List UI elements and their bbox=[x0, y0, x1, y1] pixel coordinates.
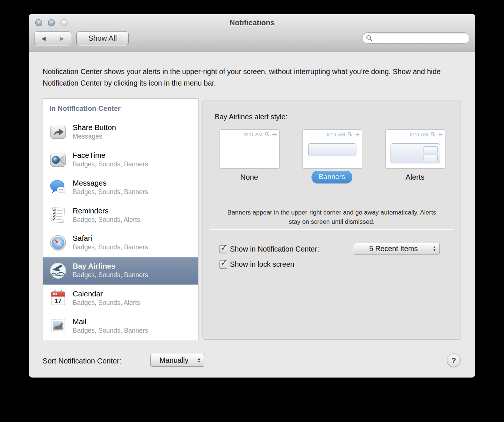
alert-settings-panel: Bay Airlines alert style: 9:41 AM 9:41 A… bbox=[202, 100, 461, 340]
banner-graphic bbox=[308, 143, 356, 156]
preview-menubar: 9:41 AM bbox=[220, 130, 279, 139]
forward-button[interactable]: ▶ bbox=[53, 32, 71, 45]
show-in-notification-center-row: ✓ Show in Notification Center: bbox=[219, 245, 319, 253]
preview-time: 9:41 AM bbox=[410, 132, 428, 137]
style-option-banners[interactable]: Banners bbox=[302, 171, 362, 183]
show-in-lock-screen-row: ✓ Show in lock screen bbox=[219, 260, 294, 269]
app-list-header: In Notification Center bbox=[43, 99, 198, 118]
alert-style-preview-alerts[interactable]: 9:41 AM bbox=[385, 129, 445, 169]
item-detail: Badges, Sounds, Alerts bbox=[73, 216, 140, 224]
calendar-icon: JUL 17 bbox=[49, 289, 67, 307]
alert-graphic bbox=[391, 143, 440, 163]
window-title: Notifications bbox=[29, 19, 475, 27]
spotlight-icon bbox=[347, 132, 352, 137]
messages-icon bbox=[49, 179, 67, 196]
show-in-notification-center-checkbox[interactable]: ✓ bbox=[219, 245, 227, 253]
alert-style-caption: Banners appear in the upper-right corner… bbox=[221, 208, 442, 226]
share-icon bbox=[49, 123, 67, 141]
recent-items-popup[interactable]: 5 Recent Items ▲▼ bbox=[354, 243, 440, 255]
list-item-mail[interactable]: Mail Badges, Sounds, Banners bbox=[43, 312, 198, 340]
sort-notification-center-label: Sort Notification Center: bbox=[43, 357, 121, 365]
list-item-safari[interactable]: Safari Badges, Sounds, Banners bbox=[43, 229, 198, 257]
list-item-share-button[interactable]: Share Button Messages bbox=[43, 118, 198, 146]
alert-style-preview-none[interactable]: 9:41 AM bbox=[220, 129, 280, 169]
preview-time: 9:41 AM bbox=[327, 132, 345, 137]
show-all-button[interactable]: Show All bbox=[76, 31, 129, 45]
preview-menubar: 9:41 AM bbox=[386, 130, 445, 139]
app-list: In Notification Center Share Button Mess… bbox=[43, 99, 198, 340]
recent-items-value: 5 Recent Items bbox=[354, 245, 433, 253]
reminders-icon bbox=[49, 206, 67, 224]
item-name: Bay Airlines bbox=[73, 262, 148, 271]
show-in-lock-screen-label: Show in lock screen bbox=[230, 260, 294, 269]
alert-style-label: Bay Airlines alert style: bbox=[215, 113, 287, 121]
item-detail: Badges, Sounds, Banners bbox=[73, 160, 148, 169]
show-all-label: Show All bbox=[88, 34, 117, 43]
sort-popup[interactable]: Manually ▲▼ bbox=[150, 354, 204, 367]
calendar-day-label: 17 bbox=[55, 297, 62, 305]
item-detail: Badges, Sounds, Banners bbox=[73, 243, 148, 252]
safari-icon bbox=[49, 234, 67, 252]
help-question-icon: ? bbox=[451, 356, 456, 365]
style-option-none[interactable]: None bbox=[220, 173, 279, 182]
preferences-window: Notifications ◀ ▶ Show All Notification … bbox=[29, 14, 475, 378]
titlebar: Notifications ◀ ▶ Show All bbox=[29, 14, 475, 51]
sort-value: Manually bbox=[151, 356, 197, 365]
item-detail: Badges, Sounds, Banners bbox=[73, 326, 148, 335]
search-input[interactable] bbox=[374, 33, 470, 43]
item-name: Share Button bbox=[73, 123, 116, 132]
item-detail: Badges, Sounds, Banners bbox=[73, 188, 148, 196]
calendar-month-label: JUL bbox=[52, 293, 58, 296]
notification-center-icon bbox=[355, 132, 360, 137]
banners-selected-pill[interactable]: Banners bbox=[312, 171, 353, 183]
alert-button-graphic bbox=[424, 154, 438, 161]
back-arrow-icon: ◀ bbox=[41, 35, 46, 42]
list-item-messages[interactable]: Messages Badges, Sounds, Banners bbox=[43, 174, 198, 202]
help-button[interactable]: ? bbox=[447, 353, 461, 367]
facetime-icon bbox=[49, 151, 67, 169]
show-in-lock-screen-checkbox[interactable]: ✓ bbox=[219, 260, 227, 269]
bay-airlines-icon bbox=[49, 262, 67, 279]
item-name: FaceTime bbox=[73, 151, 148, 160]
checkmark-icon: ✓ bbox=[220, 242, 228, 253]
notification-center-icon bbox=[272, 132, 277, 137]
notification-center-icon bbox=[438, 132, 443, 137]
alert-style-preview-banners[interactable]: 9:41 AM bbox=[302, 129, 362, 169]
item-name: Reminders bbox=[73, 206, 140, 216]
checkmark-icon: ✓ bbox=[220, 257, 228, 268]
spotlight-icon bbox=[431, 132, 435, 137]
forward-arrow-icon: ▶ bbox=[60, 35, 64, 42]
list-item-bay-airlines[interactable]: Bay Airlines Badges, Sounds, Banners bbox=[43, 257, 198, 285]
item-name: Messages bbox=[73, 179, 148, 188]
item-detail: Badges, Sounds, Banners bbox=[73, 271, 148, 279]
list-item-calendar[interactable]: JUL 17 Calendar Badges, Sounds, Alerts bbox=[43, 285, 198, 312]
item-name: Calendar bbox=[73, 289, 140, 299]
item-name: Mail bbox=[73, 317, 148, 326]
search-icon bbox=[366, 35, 372, 41]
panel-divider bbox=[210, 229, 454, 230]
item-name: Safari bbox=[73, 234, 148, 243]
search-field[interactable] bbox=[362, 32, 470, 44]
item-detail: Badges, Sounds, Alerts bbox=[73, 299, 140, 307]
popup-arrows-icon: ▲▼ bbox=[197, 358, 201, 363]
show-in-notification-center-label: Show in Notification Center: bbox=[230, 245, 319, 253]
item-detail: Messages bbox=[73, 132, 116, 141]
alert-button-graphic bbox=[424, 146, 438, 153]
back-button[interactable]: ◀ bbox=[34, 32, 53, 45]
history-nav: ◀ ▶ bbox=[34, 31, 71, 45]
notification-center-description: Notification Center shows your alerts in… bbox=[43, 66, 457, 89]
preview-time: 9:41 AM bbox=[244, 132, 263, 137]
mail-icon bbox=[49, 317, 67, 335]
style-option-alerts[interactable]: Alerts bbox=[385, 173, 445, 182]
spotlight-icon bbox=[265, 132, 270, 137]
preview-menubar: 9:41 AM bbox=[303, 130, 362, 139]
list-item-facetime[interactable]: FaceTime Badges, Sounds, Banners bbox=[43, 146, 198, 174]
list-item-reminders[interactable]: Reminders Badges, Sounds, Alerts bbox=[43, 201, 198, 229]
popup-arrows-icon: ▲▼ bbox=[433, 246, 436, 252]
